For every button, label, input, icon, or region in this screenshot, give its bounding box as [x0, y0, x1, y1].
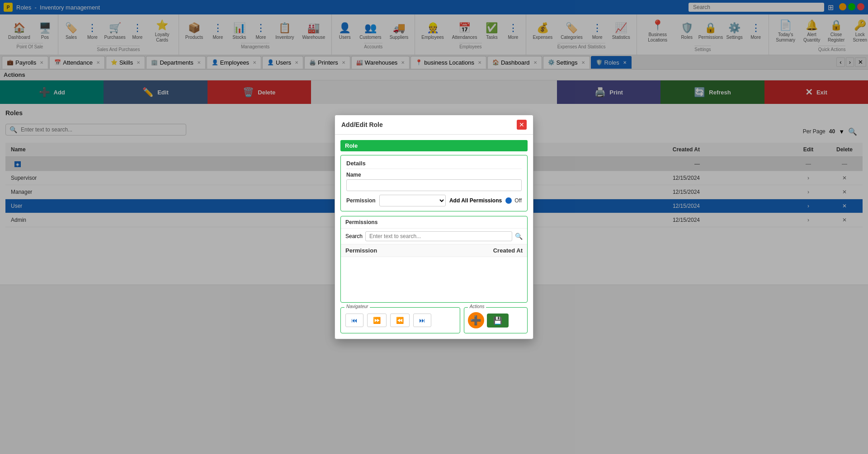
permissions-section-title: Permissions [341, 216, 527, 229]
nav-back-button[interactable]: ⏪ [390, 314, 410, 327]
save-icon: 💾 [493, 316, 502, 325]
actions-section: Actions ➕ 💾 [464, 307, 528, 333]
permissions-search-icon: 🔍 [515, 233, 523, 240]
add-all-permissions-label: Add All Permissions [449, 197, 502, 204]
name-field-label: Name [346, 172, 522, 178]
dialog-close-button[interactable]: ✕ [517, 120, 527, 130]
permissions-table-header: Permission Created At [341, 244, 527, 257]
nav-forward-button[interactable]: ⏩ [367, 314, 387, 327]
nav-first-button[interactable]: ⏮ [345, 314, 363, 327]
permission-select[interactable] [379, 195, 446, 206]
add-edit-role-dialog: Add/Edit Role ✕ Role Details Name Permis… [335, 115, 533, 339]
permissions-search-label: Search [345, 233, 363, 239]
toggle-state-label: Off [514, 197, 522, 204]
role-section-title: Role [345, 142, 358, 149]
col-created-at-perm: Created At [493, 247, 523, 254]
nav-last-button[interactable]: ⏭ [413, 314, 431, 327]
details-legend-text: Details [346, 160, 366, 167]
permission-row: Permission Add All Permissions Off [346, 195, 522, 206]
toggle-container: Off [505, 197, 522, 204]
details-legend: Details [346, 160, 522, 169]
dialog-overlay: Add/Edit Role ✕ Role Details Name Permis… [0, 0, 868, 454]
permission-label: Permission [346, 197, 376, 204]
details-section: Details Name Permission Add All Permissi… [340, 155, 528, 211]
name-field-input[interactable] [346, 179, 522, 191]
permissions-list [341, 257, 527, 302]
permissions-section: Permissions Search 🔍 Permission Created … [340, 216, 528, 303]
col-permission: Permission [345, 247, 377, 254]
role-section-header: Role [340, 140, 528, 151]
toggle-button[interactable] [505, 197, 512, 204]
navigator-legend: Navigateur [344, 304, 370, 309]
bottom-row: Navigateur ⏮ ⏩ ⏪ ⏭ Actions ➕ 💾 [340, 307, 528, 333]
actions-legend: Actions [468, 304, 486, 309]
save-button[interactable]: 💾 [487, 314, 509, 328]
navigator-section: Navigateur ⏮ ⏩ ⏪ ⏭ [340, 307, 460, 333]
permissions-search-input[interactable] [365, 231, 512, 241]
save-new-button[interactable]: ➕ [468, 312, 484, 328]
permissions-search-row: Search 🔍 [341, 229, 527, 244]
dialog-body: Role Details Name Permission Add All Per… [335, 135, 533, 339]
dialog-header: Add/Edit Role ✕ [335, 115, 533, 135]
dialog-title: Add/Edit Role [341, 121, 383, 128]
